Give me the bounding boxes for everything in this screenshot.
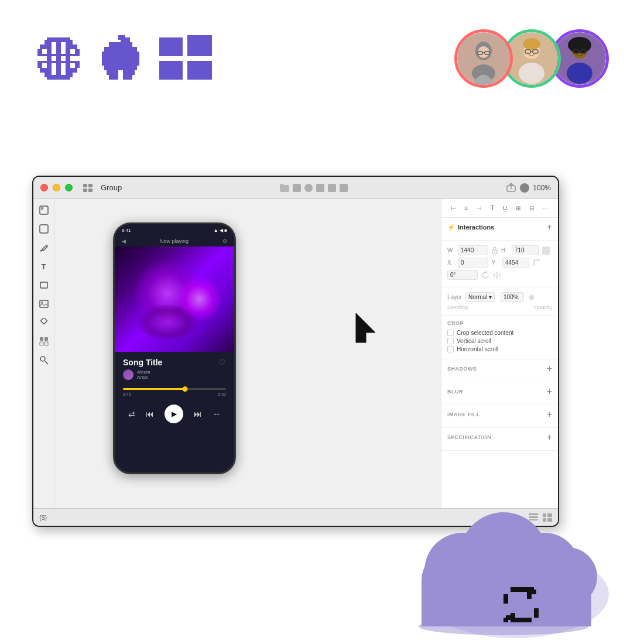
- tool-grid[interactable]: [37, 335, 50, 348]
- variable-icon[interactable]: {$}: [39, 514, 47, 521]
- specification-add-button[interactable]: +: [547, 433, 552, 442]
- svg-rect-73: [44, 342, 48, 345]
- shadows-add-button[interactable]: +: [547, 364, 552, 374]
- svg-rect-102: [511, 613, 515, 622]
- layers-icon[interactable]: [293, 184, 301, 192]
- text-align-icon[interactable]: T: [488, 204, 496, 213]
- folder-icon[interactable]: [280, 184, 289, 192]
- progress-track[interactable]: [123, 388, 226, 390]
- component-icon[interactable]: [304, 184, 313, 192]
- svg-rect-4: [70, 44, 77, 49]
- prototype-icon[interactable]: [316, 184, 324, 192]
- interactions-title: ⚡ Interactions: [447, 224, 494, 231]
- heart-icon[interactable]: ♡: [218, 358, 226, 367]
- share-button-icon[interactable]: [506, 183, 516, 193]
- grid-layout-icon[interactable]: [542, 246, 550, 255]
- x-label: X: [447, 259, 454, 266]
- flip-icon[interactable]: [493, 271, 501, 279]
- layer-label: Layer: [447, 294, 462, 300]
- phone-song-info: ♡ Song Title Album Artist: [115, 352, 234, 388]
- distribute-v-icon[interactable]: ⊟: [527, 204, 536, 213]
- avatar-1[interactable]: [454, 29, 513, 88]
- shuffle-button[interactable]: ⇄: [128, 409, 135, 419]
- underline-icon[interactable]: U̲: [501, 204, 509, 213]
- svg-rect-27: [107, 70, 118, 75]
- close-button[interactable]: [40, 184, 48, 191]
- grid-view-icon[interactable]: [83, 184, 94, 192]
- svg-rect-20: [121, 37, 130, 42]
- rotation-row: [447, 270, 552, 280]
- play-pause-button[interactable]: ▶: [165, 405, 183, 423]
- horizontal-scroll-option[interactable]: Horizontal scroll: [447, 346, 552, 352]
- maximize-button[interactable]: [65, 184, 73, 191]
- canvas-area[interactable]: 9:41 ▲ ◀ ■ ◀ Now playing ⚙ ♡ Song Title: [54, 199, 441, 508]
- image-fill-add-button[interactable]: +: [547, 410, 552, 419]
- crop-selected-label: Crop selected content: [457, 330, 513, 336]
- editor-area: T 9:41 ▲ ◀ ■: [33, 199, 558, 508]
- tool-component[interactable]: [37, 316, 50, 329]
- svg-rect-30: [123, 75, 132, 80]
- album-art: [115, 246, 234, 352]
- interactions-add-button[interactable]: +: [547, 222, 552, 232]
- prev-button[interactable]: ⏮: [146, 409, 154, 419]
- tool-rect[interactable]: [37, 279, 50, 292]
- svg-rect-26: [104, 66, 137, 70]
- svg-rect-9: [40, 68, 47, 73]
- crop-selected-option[interactable]: Crop selected content: [447, 330, 552, 336]
- visibility-icon[interactable]: [527, 294, 536, 300]
- share-icon[interactable]: [340, 184, 348, 192]
- y-input[interactable]: [502, 258, 529, 268]
- svg-rect-24: [102, 56, 139, 61]
- progress-dot: [182, 386, 187, 392]
- height-input[interactable]: [512, 245, 539, 255]
- svg-marker-76: [356, 313, 375, 342]
- svg-rect-29: [109, 75, 118, 80]
- svg-rect-66: [40, 282, 47, 288]
- tool-image[interactable]: [37, 297, 50, 310]
- corner-radius-icon[interactable]: [533, 259, 541, 267]
- opacity-input[interactable]: [501, 292, 524, 302]
- vertical-scroll-label: Vertical scroll: [457, 338, 491, 344]
- zoom-level[interactable]: 100%: [533, 184, 551, 192]
- svg-rect-100: [503, 594, 508, 604]
- x-input[interactable]: [458, 258, 488, 268]
- svg-rect-18: [66, 37, 70, 80]
- width-input[interactable]: [458, 245, 488, 255]
- blur-add-button[interactable]: +: [547, 387, 552, 396]
- vertical-scroll-option[interactable]: Vertical scroll: [447, 338, 552, 344]
- progress-fill: [123, 388, 185, 390]
- distribute-h-icon[interactable]: ⊞: [513, 204, 523, 213]
- vertical-scroll-checkbox[interactable]: [447, 338, 454, 344]
- time-current: 3:45: [123, 392, 131, 396]
- album-label: Album: [137, 369, 150, 375]
- tool-pen[interactable]: [37, 241, 50, 254]
- horizontal-scroll-checkbox[interactable]: [447, 346, 454, 352]
- minimize-button[interactable]: [53, 184, 60, 191]
- blending-select[interactable]: Normal ▾: [465, 292, 495, 302]
- art-blob-3: [138, 305, 197, 340]
- link-dimensions-icon[interactable]: [492, 246, 498, 255]
- align-right-icon[interactable]: ⊣: [474, 204, 484, 213]
- align-left-icon[interactable]: ⊢: [448, 204, 458, 213]
- svg-rect-34: [159, 61, 183, 80]
- more-options-icon[interactable]: ⋯: [540, 204, 551, 213]
- image-fill-label: IMAGE FILL: [447, 412, 480, 417]
- tool-search[interactable]: [37, 354, 50, 366]
- now-playing-label: Now playing: [160, 238, 189, 244]
- repeat-button[interactable]: ↔: [213, 409, 221, 419]
- rotation-icon[interactable]: [481, 271, 489, 279]
- next-button[interactable]: ⏭: [194, 409, 202, 419]
- play-preview-icon[interactable]: [520, 183, 529, 193]
- horizontal-scroll-label: Horizontal scroll: [457, 346, 498, 352]
- artist-avatar: [123, 369, 133, 380]
- animation-icon[interactable]: [328, 184, 336, 192]
- tool-frame[interactable]: [37, 222, 50, 235]
- tool-text[interactable]: T: [37, 260, 50, 273]
- svg-rect-67: [40, 300, 48, 307]
- rotation-input[interactable]: [447, 270, 478, 280]
- svg-rect-59: [83, 189, 87, 192]
- align-center-icon[interactable]: ≡: [463, 204, 471, 213]
- title-bar: Group 100%: [33, 177, 558, 199]
- crop-selected-checkbox[interactable]: [447, 330, 454, 336]
- tool-select[interactable]: [37, 204, 50, 217]
